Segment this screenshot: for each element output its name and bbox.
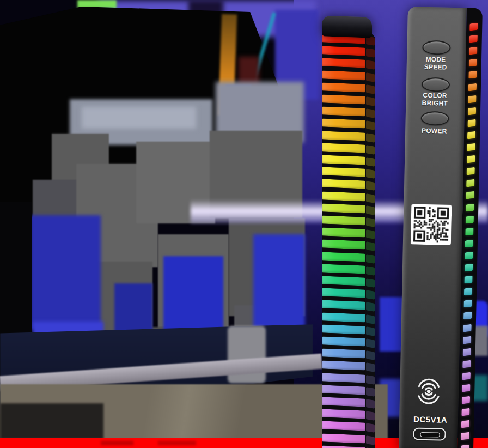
- led-segment-side: [366, 121, 375, 131]
- led-segment-end: [469, 59, 477, 67]
- led-segment: [322, 445, 365, 448]
- led-segment: [322, 228, 365, 238]
- led-segment-end: [469, 35, 478, 43]
- led-segment-side: [366, 229, 375, 239]
- led-segment: [322, 46, 365, 56]
- led-segment-side: [366, 254, 375, 264]
- led-segment: [322, 215, 365, 225]
- background-block: [0, 403, 103, 439]
- led-segment-side: [366, 435, 375, 445]
- led-segment-side: [366, 363, 375, 373]
- led-segment-end: [466, 215, 474, 223]
- led-segment: [322, 264, 365, 274]
- led-segment-side: [366, 266, 375, 276]
- led-segment-side: [366, 181, 375, 191]
- led-segment-side: [366, 133, 375, 143]
- power-label: POWER: [416, 128, 452, 136]
- led-segment: [322, 324, 365, 334]
- led-segment-end: [466, 191, 474, 199]
- led-segment-end: [463, 300, 472, 308]
- led-segment-end: [461, 420, 469, 428]
- back-panel: MODE SPEED COLOR BRIGHT POWER: [399, 7, 467, 448]
- led-segment: [322, 131, 365, 141]
- led-segment-end: [464, 276, 472, 284]
- led-segment-side: [366, 326, 375, 336]
- led-segment-end: [466, 179, 474, 187]
- led-segment-side: [366, 169, 375, 179]
- led-segment-end: [462, 360, 471, 368]
- led-segment-side: [366, 60, 375, 70]
- led-segment: [322, 252, 365, 262]
- led-segment-end: [463, 336, 471, 344]
- usb-c-port-icon: [413, 428, 446, 441]
- led-segment-side: [366, 399, 375, 409]
- led-segment-end: [467, 143, 475, 152]
- led-segment: [322, 143, 365, 153]
- led-segment-end: [468, 71, 477, 79]
- led-segment-side: [366, 290, 375, 300]
- led-segment-side: [366, 157, 375, 167]
- led-segment-side: [366, 145, 375, 155]
- led-segment-side: [366, 302, 375, 312]
- led-segment: [322, 203, 365, 213]
- led-segment-side: [366, 338, 375, 348]
- mode-speed-label: MODE SPEED: [418, 56, 454, 72]
- led-segment-end: [467, 119, 475, 128]
- mode-speed-button: [422, 40, 451, 55]
- banner-smudge: [101, 441, 133, 445]
- led-segment-end: [468, 83, 477, 91]
- led-segment: [322, 373, 365, 383]
- led-segment-side: [366, 96, 375, 106]
- led-segment-end: [465, 240, 473, 248]
- led-segment: [322, 349, 365, 359]
- led-segment-end: [464, 288, 472, 296]
- led-segment-side: [366, 387, 375, 397]
- led-segment: [322, 276, 365, 286]
- led-segment-end: [462, 396, 470, 404]
- blue-glow: [30, 215, 101, 330]
- led-segment: [322, 107, 365, 117]
- led-segment-end: [467, 155, 475, 164]
- led-segment: [322, 58, 365, 68]
- led-segment-end: [468, 95, 476, 103]
- led-segment-end: [463, 312, 472, 320]
- led-segment-side: [366, 205, 375, 215]
- led-segment-end: [469, 47, 477, 55]
- led-segment-end: [461, 444, 469, 448]
- led-segment-end: [468, 107, 476, 115]
- led-segment: [322, 433, 365, 443]
- port-label: DC5V1A: [407, 414, 454, 425]
- led-bar-front: [313, 16, 375, 448]
- led-segment: [322, 70, 365, 80]
- led-segment-side: [366, 48, 375, 58]
- led-segment: [322, 82, 365, 92]
- led-segment: [322, 288, 365, 298]
- led-segment-side: [366, 278, 375, 288]
- led-segment: [322, 409, 365, 419]
- led-segment: [322, 300, 365, 310]
- led-segment-end: [462, 372, 471, 380]
- censor-block: [82, 107, 196, 129]
- led-segment: [322, 385, 365, 395]
- led-segment-end: [469, 23, 478, 31]
- led-segment-side: [366, 108, 375, 118]
- led-segment: [322, 155, 365, 165]
- color-bright-button: [422, 77, 450, 92]
- led-segment-end: [465, 252, 473, 260]
- led-segment-side: [366, 72, 375, 82]
- led-segment-side: [366, 411, 375, 421]
- led-segment-end: [461, 432, 469, 440]
- led-segment-end: [463, 348, 471, 356]
- led-segment-side: [366, 84, 375, 94]
- led-segment-end: [467, 131, 475, 140]
- led-segment-end: [461, 408, 469, 416]
- led-segment-end: [465, 227, 473, 235]
- usb-c-slot: [420, 432, 440, 438]
- led-segment: [322, 312, 365, 322]
- led-segment: [322, 179, 365, 189]
- power-button: [420, 111, 449, 126]
- led-segment: [322, 119, 365, 129]
- led-segment-side: [366, 242, 375, 252]
- product-photo: MODE SPEED COLOR BRIGHT POWER: [0, 0, 488, 448]
- censor-block: [33, 180, 79, 221]
